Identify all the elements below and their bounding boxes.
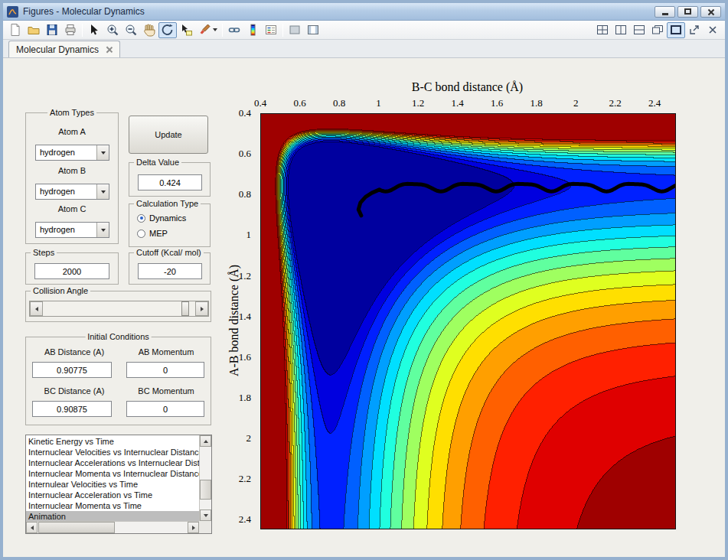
rotate-3d-icon[interactable] (158, 22, 177, 38)
edit-plot-icon[interactable] (85, 22, 103, 38)
figures-window: Figures - Molecular Dynamics (0, 0, 728, 560)
radio-mep-label: MEP (149, 229, 168, 238)
link-plot-icon[interactable] (225, 22, 243, 38)
list-item[interactable]: Internulear Velocities vs Time (26, 479, 199, 490)
zoom-out-icon[interactable] (122, 22, 140, 38)
tab-molecular-dynamics[interactable]: Molecular Dynamics (8, 41, 120, 57)
slider-left-arrow-icon[interactable] (30, 301, 43, 316)
x-tick-label: 1.6 (491, 97, 503, 109)
list-item[interactable]: Internuclear Velocities vs Internuclear … (26, 447, 199, 457)
layout-grid-icon[interactable] (593, 22, 612, 38)
y-tick-label: 0.6 (239, 148, 251, 160)
y-tick-label: 1.2 (239, 270, 251, 282)
slider-right-arrow-icon[interactable] (195, 301, 208, 316)
open-file-icon[interactable] (24, 22, 43, 38)
horizontal-scrollbar[interactable] (26, 521, 199, 533)
insert-colorbar-icon[interactable] (243, 22, 262, 38)
vertical-scrollbar[interactable] (199, 435, 211, 521)
maximize-icon (684, 8, 691, 15)
toolbar-separator (82, 24, 83, 37)
plot-type-listbox[interactable]: Kinetic Energy vs TimeInternuclear Veloc… (25, 435, 212, 534)
maximize-button[interactable] (677, 6, 698, 18)
radio-mep[interactable]: MEP (137, 229, 168, 238)
brush-icon[interactable] (195, 22, 220, 38)
dropdown-arrow-icon[interactable] (96, 184, 109, 199)
cutoff-input[interactable] (138, 263, 202, 279)
delta-value-title: Delta Value (134, 158, 181, 167)
y-tick-label: 1.8 (239, 392, 251, 404)
list-item[interactable]: Animation (26, 511, 199, 521)
layout-split-left-right-icon[interactable] (612, 22, 630, 38)
radio-dynamics[interactable]: Dynamics (137, 213, 186, 223)
pan-icon[interactable] (140, 22, 158, 38)
layout-float-icon[interactable] (648, 22, 667, 38)
scroll-left-icon[interactable] (26, 522, 38, 533)
show-plot-tools-icon[interactable] (304, 22, 322, 38)
initial-conditions-title: Initial Conditions (85, 332, 152, 341)
atom-b-select[interactable]: hydrogen (35, 184, 109, 200)
hide-plot-tools-icon[interactable] (286, 22, 304, 38)
new-figure-icon[interactable] (6, 22, 24, 38)
atom-c-label: Atom C (26, 204, 118, 213)
ab-distance-label: AB Distance (A) (32, 347, 116, 357)
brush-dropdown-icon[interactable] (213, 28, 217, 31)
slider-thumb[interactable] (181, 301, 189, 316)
x-tick-label: 2 (573, 97, 579, 109)
save-figure-icon[interactable] (43, 22, 61, 38)
minimize-icon (662, 13, 668, 15)
layout-split-top-bottom-icon[interactable] (630, 22, 648, 38)
zoom-in-icon[interactable] (103, 22, 122, 38)
close-button[interactable] (700, 6, 721, 18)
ab-momentum-input[interactable] (126, 362, 204, 378)
minimize-button[interactable] (655, 6, 675, 18)
collision-angle-panel: Collision Angle (25, 291, 211, 322)
figure-toolbar (3, 21, 725, 40)
list-item[interactable]: Kinetic Energy vs Time (26, 436, 199, 447)
atom-a-select[interactable]: hydrogen (35, 145, 109, 161)
scroll-down-icon[interactable] (200, 510, 211, 521)
x-tick-label: 1 (376, 97, 381, 109)
x-tick-label: 1.8 (530, 97, 543, 109)
y-tick-label: 0.8 (239, 188, 251, 200)
calculation-type-title: Calculation Type (134, 199, 201, 208)
steps-input[interactable] (34, 263, 109, 279)
list-item[interactable]: Internuclear Accelerations vs Internucle… (26, 457, 199, 468)
update-button[interactable]: Update (129, 116, 208, 154)
dropdown-arrow-icon[interactable] (96, 145, 109, 160)
data-cursor-icon[interactable] (177, 22, 195, 38)
list-item[interactable]: Internuclear Momenta vs Internuclear Dis… (26, 468, 199, 479)
scroll-up-icon[interactable] (200, 435, 211, 447)
y-tick-labels: 0.40.60.811.21.41.61.822.22.4 (228, 113, 257, 528)
delta-value-input[interactable] (138, 174, 202, 190)
print-figure-icon[interactable] (61, 22, 80, 38)
radio-button-icon[interactable] (137, 230, 145, 238)
horizontal-scroll-thumb[interactable] (38, 522, 115, 533)
atom-c-value: hydrogen (36, 223, 96, 237)
steps-title: Steps (31, 248, 57, 257)
list-item[interactable]: Internuclear Acceleration vs Time (26, 490, 199, 500)
x-tick-label: 0.8 (333, 97, 345, 109)
undock-icon[interactable] (685, 22, 704, 38)
tab-close-icon[interactable] (106, 46, 113, 53)
close-toolbar-icon[interactable] (704, 22, 722, 38)
toolbar-separator (222, 24, 223, 37)
radio-button-icon[interactable] (137, 214, 145, 223)
dropdown-arrow-icon[interactable] (96, 223, 109, 237)
ab-distance-input[interactable] (32, 362, 112, 378)
figure-content: Atom Types Atom A hydrogen Atom B hydrog… (3, 58, 725, 557)
vertical-scroll-thumb[interactable] (200, 480, 211, 500)
layout-maximized-icon[interactable] (667, 22, 685, 38)
collision-angle-title: Collision Angle (31, 286, 90, 295)
titlebar: Figures - Molecular Dynamics (3, 3, 725, 21)
pes-contour-plot[interactable] (260, 113, 676, 529)
scroll-right-icon[interactable] (188, 522, 199, 533)
bc-momentum-input[interactable] (126, 401, 204, 417)
list-item[interactable]: Internuclear Momenta vs Time (26, 500, 199, 511)
bc-distance-input[interactable] (32, 401, 112, 417)
delta-value-panel: Delta Value (129, 162, 211, 197)
collision-angle-slider[interactable] (29, 301, 209, 317)
insert-legend-icon[interactable] (262, 22, 280, 38)
plot-type-list: Kinetic Energy vs TimeInternuclear Veloc… (26, 435, 199, 521)
ab-momentum-label: AB Momentum (124, 347, 208, 357)
atom-c-select[interactable]: hydrogen (35, 222, 109, 238)
